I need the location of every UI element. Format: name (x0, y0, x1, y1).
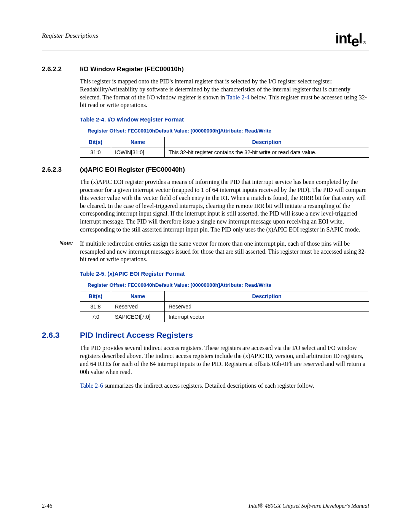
col-bits: Bit(s) (80, 137, 111, 147)
paragraph: Table 2-6 summarizes the indirect access… (80, 382, 369, 390)
section-number: 2.6.2.3 (42, 166, 80, 174)
xapic-eoi-register-table: Bit(s) Name Description 31:8 Reserved Re… (80, 291, 369, 322)
registered-icon: ® (363, 40, 365, 45)
table-ref-link[interactable]: Table 2-4 (226, 94, 250, 101)
cell-desc: Interrupt vector (165, 312, 369, 322)
table-header-row: Bit(s) Name Description (80, 291, 369, 302)
table-row: 7:0 SAPICEOI[7:0] Interrupt vector (80, 312, 369, 322)
table-caption: Table 2-5. (x)APIC EOI Register Format (80, 270, 369, 277)
paragraph: The (x)APIC EOI register provides a mean… (80, 178, 369, 234)
table-row: 31:8 Reserved Reserved (80, 302, 369, 312)
paragraph: This register is mapped onto the PID's i… (80, 78, 369, 109)
register-meta: Register Offset: FEC00010hDefault Value:… (80, 128, 369, 134)
header-rule (42, 51, 369, 51)
cell-bits: 7:0 (80, 312, 111, 322)
table-ref-link[interactable]: Table 2-6 (80, 382, 103, 389)
note-label: Note: (42, 240, 80, 264)
cell-bits: 31:0 (80, 147, 111, 158)
table-row: 31:0 IOWIN[31:0] This 32-bit register co… (80, 147, 369, 158)
page-number: 2-46 (42, 503, 53, 509)
footer-title: Intel® 460GX Chipset Software Developer'… (249, 503, 369, 509)
col-name: Name (111, 291, 165, 302)
note-body: If multiple redirection entries assign t… (80, 240, 369, 264)
section-title: PID Indirect Access Registers (80, 331, 193, 340)
table-caption: Table 2-4. I/O Window Register Format (80, 116, 369, 123)
section-title: I/O Window Register (FEC00010h) (80, 66, 184, 73)
cell-bits: 31:8 (80, 302, 111, 312)
col-name: Name (111, 137, 165, 147)
cell-name: SAPICEOI[7:0] (111, 312, 165, 322)
section-number: 2.6.3 (42, 331, 80, 340)
col-desc: Description (165, 137, 369, 147)
io-window-register-table: Bit(s) Name Description 31:0 IOWIN[31:0]… (80, 137, 369, 158)
paragraph: The PID provides several indirect access… (80, 344, 369, 376)
intel-logo: intel® (335, 30, 369, 47)
section-title: (x)APIC EOI Register (FEC00040h) (80, 166, 185, 174)
cell-desc: Reserved (165, 302, 369, 312)
cell-name: Reserved (111, 302, 165, 312)
page-footer: 2-46 Intel® 460GX Chipset Software Devel… (42, 503, 369, 509)
running-head: Register Descriptions (42, 32, 98, 40)
cell-name: IOWIN[31:0] (111, 147, 165, 158)
section-number: 2.6.2.2 (42, 66, 80, 73)
register-meta: Register Offset: FEC00040hDefault Value:… (80, 282, 369, 288)
cell-desc: This 32-bit register contains the 32-bit… (165, 147, 369, 158)
col-bits: Bit(s) (80, 291, 111, 302)
col-desc: Description (165, 291, 369, 302)
table-header-row: Bit(s) Name Description (80, 137, 369, 147)
